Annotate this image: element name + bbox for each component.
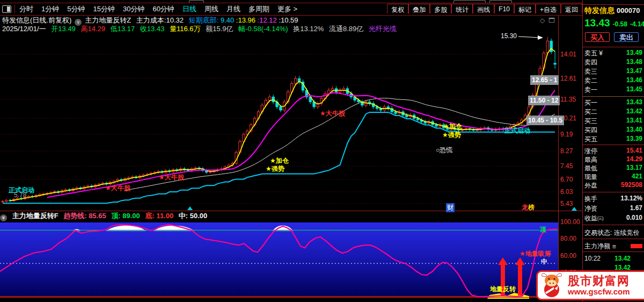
trend-value: 趋势线: 85.65 (63, 212, 106, 220)
stat-value: 14.29 (626, 155, 642, 163)
bid-row[interactable]: 买四13.40 (584, 126, 642, 134)
ask-price: 13.47 (626, 67, 642, 75)
tab-multi-period[interactable]: 多周期 (248, 4, 269, 14)
collapse-icon[interactable]: ∨ (0, 214, 7, 221)
back-button[interactable]: 返回 (561, 4, 582, 13)
bottom-border (0, 297, 582, 298)
stock-code: 000070 (617, 6, 640, 15)
value-yellow: :13.96 (236, 16, 255, 24)
sub-y-tick: 100.00 (560, 218, 582, 226)
tab-fenshi[interactable]: 分时 (19, 4, 33, 14)
diamond-icon[interactable]: ◇ (540, 17, 545, 24)
stat-value: 15.41 (626, 147, 642, 154)
bull-stock-label: ★大牛股 (159, 173, 184, 182)
bid-row[interactable]: 买五13.39 (584, 135, 642, 143)
close-value: 收13.43 (140, 25, 165, 33)
strong-label: ★强势 (442, 131, 461, 140)
quote-panel: 特发信息000070 13.43-0.58-4.14% 买入 卖出 卖五 ¥13… (583, 0, 644, 302)
price-change: -0.58 (613, 20, 627, 28)
stock-header[interactable]: 特发信息000070 (584, 6, 642, 15)
high-price-callout: 15.30 (501, 32, 517, 40)
tick-price: 13.42 (614, 255, 631, 262)
ask-row[interactable]: 卖二13.46 (584, 76, 642, 85)
add-watchlist-button[interactable]: +自选 (536, 4, 561, 13)
stat-row: 收益㈢0.010 (584, 214, 642, 222)
stat-row: 最高14.29 (584, 155, 642, 164)
main-net-row[interactable]: 主力净额 ≣ (584, 242, 642, 250)
tab-more[interactable]: 更多 > (277, 4, 297, 14)
top-marker: 顶 (540, 225, 546, 234)
price-range-box: 12.65 - 1 (530, 75, 559, 85)
y-tick: 9.19 (560, 131, 582, 138)
panic-label: ○恐慌 (436, 146, 452, 155)
bid-row[interactable]: 买二13.42 (584, 107, 642, 116)
open-value: 开13.49 (51, 25, 76, 33)
stat-value: 421 (632, 172, 642, 180)
bid-row[interactable]: 买三13.41 (584, 117, 642, 125)
ask-row[interactable]: 卖一13.45 (584, 85, 642, 94)
ask-row[interactable]: 卖三13.47 (584, 67, 642, 76)
ranking-badge-char1: 龙 (522, 204, 528, 211)
stat-row: 现量421 (584, 172, 642, 181)
f10-button[interactable]: F10 (494, 4, 514, 13)
y-tick: 11.35 (560, 96, 582, 103)
amount-value: 额15.9亿 (206, 25, 233, 33)
change-value: 幅-0.58(-4.14%) (238, 25, 288, 33)
stat-row: 换手13.12% (584, 195, 642, 203)
ask-price: 13.46 (626, 76, 642, 84)
stats-button[interactable]: 统计 (451, 4, 473, 13)
axis-divider (558, 15, 559, 297)
overlay-button[interactable]: 叠加 (408, 4, 430, 13)
stat-row: 净资1.67 (584, 204, 642, 213)
bid-price: 13.42 (626, 107, 642, 115)
yen-icon: ¥ (599, 49, 603, 57)
tab-15min[interactable]: 15分钟 (93, 4, 114, 14)
fuquan-button[interactable]: 复权 (387, 4, 408, 13)
draw-line-button[interactable]: 画线 (473, 4, 494, 13)
buy-button[interactable]: 买入 (585, 32, 610, 42)
tab-weekly[interactable]: 周线 (204, 4, 218, 14)
maximize-icon[interactable]: 🗖 (548, 17, 555, 24)
ranking-badge-char2: 榜 (528, 204, 535, 211)
tab-daily[interactable]: 日线 (182, 4, 196, 14)
price-range-box: 11.50 - 12 (528, 96, 560, 105)
tab-1min[interactable]: 1分钟 (41, 4, 59, 14)
y-tick: 5.43 (560, 200, 582, 207)
bid-price: 13.39 (626, 135, 642, 142)
sub-indicator-name: 主力地量反转F (12, 212, 58, 220)
add-position-label: ★加仓 (443, 122, 462, 131)
strong-label: ★强势 (266, 164, 284, 174)
watermark-url: www.gscfw.com (568, 287, 630, 296)
multi-stock-button[interactable]: 多股 (430, 4, 451, 13)
bid-price: 13.41 (626, 117, 642, 124)
stat-row: 涨停15.41 (584, 147, 642, 155)
y-tick: 6.70 (560, 176, 582, 183)
main-net-label: 主力净额 (584, 242, 610, 250)
ask-row[interactable]: 卖五 ¥13.49 (584, 49, 642, 57)
bottom-value: 底: 11.00 (145, 212, 173, 220)
marker-triangle-icon (187, 206, 193, 210)
divider (14, 5, 15, 13)
tab-30min[interactable]: 30分钟 (123, 4, 144, 14)
ask-label: 卖五 (584, 49, 597, 57)
ask-row[interactable]: 卖四13.48 (584, 58, 642, 67)
low-value: 低13.17 (111, 25, 135, 33)
stat-value: 1.67 (630, 204, 642, 212)
mark-button[interactable]: 标记 (514, 4, 536, 13)
tab-5min[interactable]: 5分钟 (67, 4, 85, 14)
tab-60min[interactable]: 60分钟 (152, 4, 174, 14)
panel-layout-icon[interactable] (2, 5, 11, 13)
mid-value: 中: 50.00 (179, 212, 207, 220)
stock-name: 特发信息 (584, 6, 614, 15)
stat-row: 最低13.17 (584, 164, 642, 172)
sell-button[interactable]: 卖出 (614, 32, 639, 42)
tab-monthly[interactable]: 月线 (226, 4, 240, 14)
quote-info-line: 2025/12/01/一 开13.49 高14.29 低13.17 收13.43… (2, 24, 400, 34)
y-tick: 7.45 (560, 162, 582, 170)
trade-status: 交易状态: 连续竞价 (584, 228, 642, 237)
sector-link[interactable]: 光纤光缆 (369, 25, 397, 33)
bid-price: 13.43 (626, 98, 642, 106)
turnover-value: 换13.12% (293, 25, 324, 33)
value-magenta: :12.12 (258, 16, 277, 24)
bid-row[interactable]: 买一13.43 (584, 98, 642, 107)
